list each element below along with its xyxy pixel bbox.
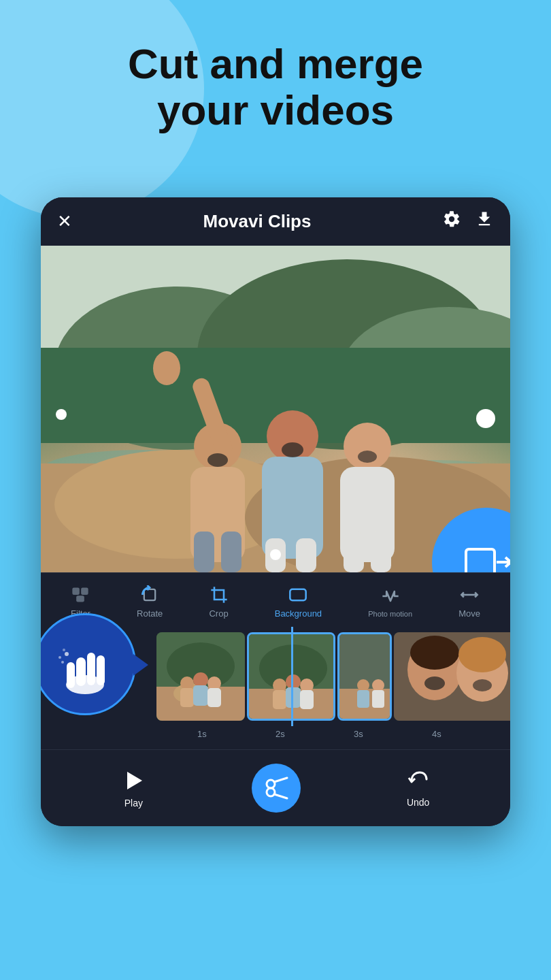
svg-point-65 [357,679,369,691]
time-1s: 1s [197,729,276,739]
svg-point-42 [59,656,61,659]
crop-label: Crop [209,608,228,619]
undo-label: Undo [407,797,429,808]
background-label: Background [275,608,322,619]
svg-rect-58 [273,690,286,709]
settings-icon[interactable] [442,210,461,233]
svg-rect-53 [207,688,221,707]
svg-point-50 [193,672,208,687]
play-button[interactable]: Play [120,768,146,808]
app-bar: ✕ Movavi Clips [41,197,510,246]
photo-scene [41,246,510,572]
timeline-thumb-1[interactable] [156,632,245,721]
time-4s: 4s [432,729,510,739]
timeline-labels: 1s 2s 3s 4s [41,726,510,739]
play-label: Play [124,798,143,808]
rotate-label: Rotate [137,608,163,619]
handle-left[interactable] [56,409,67,420]
svg-marker-76 [127,772,142,789]
svg-point-59 [286,674,301,689]
svg-point-74 [410,636,459,670]
svg-point-67 [372,679,384,691]
video-preview [41,246,510,572]
timeline: 1s 2s 3s 4s [41,627,510,749]
svg-point-26 [358,451,377,463]
toolbar-rotate[interactable]: Rotate [137,585,163,619]
svg-rect-37 [87,653,95,685]
svg-point-40 [65,652,69,656]
close-button[interactable]: ✕ [57,211,72,232]
photo-motion-label: Photo motion [368,610,412,618]
svg-rect-19 [296,538,316,572]
svg-point-73 [473,679,492,691]
headline: Cut and merge your videos [0,41,551,133]
svg-rect-36 [76,657,86,686]
bubble-arrow [133,654,148,676]
svg-rect-33 [290,589,306,600]
svg-rect-21 [371,532,391,572]
svg-rect-30 [82,588,89,595]
svg-rect-31 [77,595,85,602]
svg-rect-17 [221,532,241,572]
scene-svg [41,246,510,572]
svg-rect-16 [194,532,214,572]
svg-point-75 [458,637,506,672]
svg-line-80 [274,794,287,798]
handle-right[interactable] [476,409,495,428]
headline-line2: your videos [157,86,394,133]
toolbar-move[interactable]: Move [458,585,480,619]
time-3s: 3s [354,729,432,739]
svg-rect-68 [372,690,384,708]
gesture-bubble-container [41,613,136,715]
toolbar-photo-motion[interactable]: Photo motion [368,587,412,618]
svg-point-14 [344,423,391,470]
timeline-thumb-3[interactable] [337,632,392,721]
gesture-bubble [41,613,136,715]
svg-rect-32 [144,589,155,600]
svg-rect-62 [300,690,314,709]
time-2s: 2s [276,729,354,739]
scissors-button[interactable] [252,764,301,813]
playhead [291,627,293,726]
app-bar-icons [442,210,494,233]
svg-rect-66 [357,690,369,708]
time-zero [82,729,197,739]
svg-rect-29 [73,588,80,595]
download-icon[interactable] [475,210,494,233]
svg-rect-27 [466,549,495,573]
phone-mock: ✕ Movavi Clips [41,197,510,826]
move-bubble-icon [459,544,510,573]
svg-rect-49 [180,688,194,707]
timeline-thumb-4[interactable] [394,632,510,721]
svg-rect-60 [286,687,301,708]
svg-point-24 [207,453,228,467]
svg-rect-38 [97,655,105,685]
toolbar-crop[interactable]: Crop [209,585,228,619]
bottom-bar: Play Undo [41,749,510,826]
headline-line1: Cut and merge [128,40,423,87]
svg-rect-20 [344,532,364,572]
app-title: Movavi Clips [203,211,312,232]
svg-point-23 [153,351,180,385]
svg-rect-39 [67,662,75,688]
undo-button[interactable]: Undo [406,768,431,808]
svg-line-79 [274,778,287,782]
move-label: Move [458,608,480,619]
handle-bottom[interactable] [270,549,281,560]
svg-point-41 [61,661,64,664]
svg-rect-51 [193,685,208,706]
toolbar-background[interactable]: Background [275,585,322,619]
svg-point-25 [282,442,303,457]
svg-point-43 [63,649,65,651]
svg-point-72 [424,676,445,690]
